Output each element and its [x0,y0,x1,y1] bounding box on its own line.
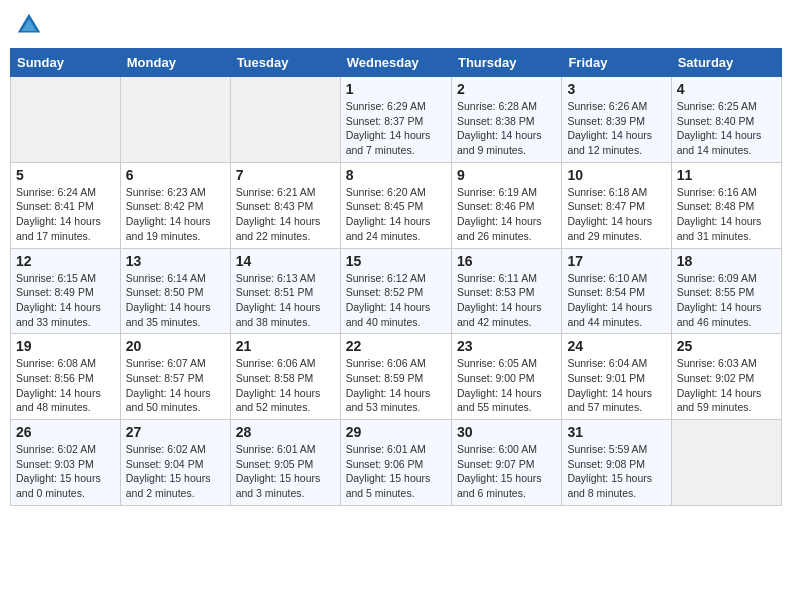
calendar-cell: 1Sunrise: 6:29 AMSunset: 8:37 PMDaylight… [340,77,451,163]
day-number: 3 [567,81,665,97]
day-info: Sunrise: 6:10 AMSunset: 8:54 PMDaylight:… [567,271,665,330]
weekday-header-sunday: Sunday [11,49,121,77]
calendar-cell: 13Sunrise: 6:14 AMSunset: 8:50 PMDayligh… [120,248,230,334]
calendar-body: 1Sunrise: 6:29 AMSunset: 8:37 PMDaylight… [11,77,782,506]
calendar-cell [11,77,121,163]
day-info: Sunrise: 5:59 AMSunset: 9:08 PMDaylight:… [567,442,665,501]
calendar-cell [230,77,340,163]
calendar-cell: 26Sunrise: 6:02 AMSunset: 9:03 PMDayligh… [11,420,121,506]
day-number: 27 [126,424,225,440]
day-info: Sunrise: 6:02 AMSunset: 9:04 PMDaylight:… [126,442,225,501]
calendar-cell: 14Sunrise: 6:13 AMSunset: 8:51 PMDayligh… [230,248,340,334]
day-number: 1 [346,81,446,97]
calendar-cell: 20Sunrise: 6:07 AMSunset: 8:57 PMDayligh… [120,334,230,420]
day-number: 30 [457,424,556,440]
weekday-header-saturday: Saturday [671,49,781,77]
day-info: Sunrise: 6:06 AMSunset: 8:58 PMDaylight:… [236,356,335,415]
day-info: Sunrise: 6:24 AMSunset: 8:41 PMDaylight:… [16,185,115,244]
week-row-5: 26Sunrise: 6:02 AMSunset: 9:03 PMDayligh… [11,420,782,506]
day-info: Sunrise: 6:28 AMSunset: 8:38 PMDaylight:… [457,99,556,158]
day-info: Sunrise: 6:23 AMSunset: 8:42 PMDaylight:… [126,185,225,244]
day-info: Sunrise: 6:05 AMSunset: 9:00 PMDaylight:… [457,356,556,415]
day-number: 25 [677,338,776,354]
calendar-cell: 17Sunrise: 6:10 AMSunset: 8:54 PMDayligh… [562,248,671,334]
calendar-cell: 27Sunrise: 6:02 AMSunset: 9:04 PMDayligh… [120,420,230,506]
calendar-cell: 25Sunrise: 6:03 AMSunset: 9:02 PMDayligh… [671,334,781,420]
weekday-header-thursday: Thursday [451,49,561,77]
calendar-cell: 8Sunrise: 6:20 AMSunset: 8:45 PMDaylight… [340,162,451,248]
calendar-cell: 9Sunrise: 6:19 AMSunset: 8:46 PMDaylight… [451,162,561,248]
day-info: Sunrise: 6:18 AMSunset: 8:47 PMDaylight:… [567,185,665,244]
calendar-table: SundayMondayTuesdayWednesdayThursdayFrid… [10,48,782,506]
day-info: Sunrise: 6:07 AMSunset: 8:57 PMDaylight:… [126,356,225,415]
logo-icon [14,10,44,40]
day-number: 18 [677,253,776,269]
calendar-cell: 3Sunrise: 6:26 AMSunset: 8:39 PMDaylight… [562,77,671,163]
calendar-cell: 23Sunrise: 6:05 AMSunset: 9:00 PMDayligh… [451,334,561,420]
day-number: 19 [16,338,115,354]
logo [14,10,48,40]
day-info: Sunrise: 6:12 AMSunset: 8:52 PMDaylight:… [346,271,446,330]
calendar-cell: 15Sunrise: 6:12 AMSunset: 8:52 PMDayligh… [340,248,451,334]
day-number: 17 [567,253,665,269]
page-header [10,10,782,40]
day-info: Sunrise: 6:13 AMSunset: 8:51 PMDaylight:… [236,271,335,330]
calendar-cell: 5Sunrise: 6:24 AMSunset: 8:41 PMDaylight… [11,162,121,248]
week-row-2: 5Sunrise: 6:24 AMSunset: 8:41 PMDaylight… [11,162,782,248]
calendar-cell: 28Sunrise: 6:01 AMSunset: 9:05 PMDayligh… [230,420,340,506]
day-number: 23 [457,338,556,354]
calendar-cell: 21Sunrise: 6:06 AMSunset: 8:58 PMDayligh… [230,334,340,420]
day-number: 2 [457,81,556,97]
day-info: Sunrise: 6:15 AMSunset: 8:49 PMDaylight:… [16,271,115,330]
day-info: Sunrise: 6:08 AMSunset: 8:56 PMDaylight:… [16,356,115,415]
calendar-cell: 7Sunrise: 6:21 AMSunset: 8:43 PMDaylight… [230,162,340,248]
day-info: Sunrise: 6:11 AMSunset: 8:53 PMDaylight:… [457,271,556,330]
day-number: 11 [677,167,776,183]
day-number: 7 [236,167,335,183]
day-number: 13 [126,253,225,269]
calendar-cell: 29Sunrise: 6:01 AMSunset: 9:06 PMDayligh… [340,420,451,506]
calendar-cell: 16Sunrise: 6:11 AMSunset: 8:53 PMDayligh… [451,248,561,334]
day-info: Sunrise: 6:29 AMSunset: 8:37 PMDaylight:… [346,99,446,158]
day-info: Sunrise: 6:03 AMSunset: 9:02 PMDaylight:… [677,356,776,415]
weekday-row: SundayMondayTuesdayWednesdayThursdayFrid… [11,49,782,77]
day-number: 31 [567,424,665,440]
week-row-3: 12Sunrise: 6:15 AMSunset: 8:49 PMDayligh… [11,248,782,334]
day-number: 29 [346,424,446,440]
week-row-1: 1Sunrise: 6:29 AMSunset: 8:37 PMDaylight… [11,77,782,163]
day-number: 10 [567,167,665,183]
day-number: 20 [126,338,225,354]
day-number: 8 [346,167,446,183]
day-number: 28 [236,424,335,440]
calendar-cell: 11Sunrise: 6:16 AMSunset: 8:48 PMDayligh… [671,162,781,248]
weekday-header-friday: Friday [562,49,671,77]
day-info: Sunrise: 6:26 AMSunset: 8:39 PMDaylight:… [567,99,665,158]
day-info: Sunrise: 6:20 AMSunset: 8:45 PMDaylight:… [346,185,446,244]
weekday-header-monday: Monday [120,49,230,77]
weekday-header-tuesday: Tuesday [230,49,340,77]
day-info: Sunrise: 6:21 AMSunset: 8:43 PMDaylight:… [236,185,335,244]
day-number: 21 [236,338,335,354]
day-number: 24 [567,338,665,354]
day-number: 9 [457,167,556,183]
day-info: Sunrise: 6:06 AMSunset: 8:59 PMDaylight:… [346,356,446,415]
day-number: 5 [16,167,115,183]
day-number: 6 [126,167,225,183]
day-info: Sunrise: 6:01 AMSunset: 9:05 PMDaylight:… [236,442,335,501]
day-number: 14 [236,253,335,269]
day-number: 4 [677,81,776,97]
day-info: Sunrise: 6:25 AMSunset: 8:40 PMDaylight:… [677,99,776,158]
calendar-cell: 19Sunrise: 6:08 AMSunset: 8:56 PMDayligh… [11,334,121,420]
weekday-header-wednesday: Wednesday [340,49,451,77]
calendar-cell: 22Sunrise: 6:06 AMSunset: 8:59 PMDayligh… [340,334,451,420]
week-row-4: 19Sunrise: 6:08 AMSunset: 8:56 PMDayligh… [11,334,782,420]
day-info: Sunrise: 6:19 AMSunset: 8:46 PMDaylight:… [457,185,556,244]
day-info: Sunrise: 6:01 AMSunset: 9:06 PMDaylight:… [346,442,446,501]
day-info: Sunrise: 6:02 AMSunset: 9:03 PMDaylight:… [16,442,115,501]
day-info: Sunrise: 6:16 AMSunset: 8:48 PMDaylight:… [677,185,776,244]
calendar-cell: 10Sunrise: 6:18 AMSunset: 8:47 PMDayligh… [562,162,671,248]
calendar-cell: 4Sunrise: 6:25 AMSunset: 8:40 PMDaylight… [671,77,781,163]
calendar-cell: 18Sunrise: 6:09 AMSunset: 8:55 PMDayligh… [671,248,781,334]
day-number: 15 [346,253,446,269]
day-info: Sunrise: 6:09 AMSunset: 8:55 PMDaylight:… [677,271,776,330]
